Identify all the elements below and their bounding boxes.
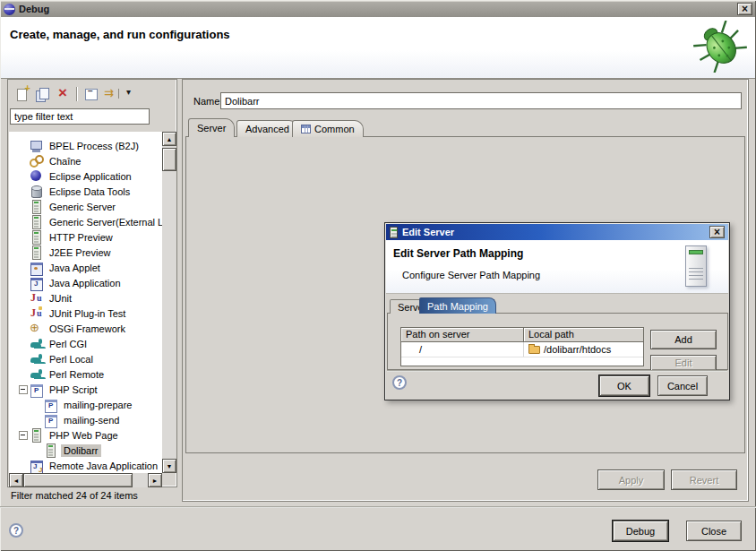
ok-button[interactable]: OK: [599, 375, 649, 396]
window-titlebar[interactable]: Debug: [1, 1, 755, 17]
tree-expander-spacer: [18, 138, 30, 153]
tree-expander-spacer: [18, 458, 30, 473]
name-label: Name:: [193, 96, 222, 107]
tree-item-mailing-prepare[interactable]: mailing-prepare: [9, 397, 162, 412]
tree-item-label: JUnit: [47, 292, 74, 305]
cancel-button[interactable]: Cancel: [657, 375, 708, 396]
tree-item-eclipse-data-tools[interactable]: Eclipse Data Tools: [9, 184, 162, 199]
vscroll-thumb[interactable]: [162, 148, 176, 171]
tree-item-php-script[interactable]: PHP Script: [9, 382, 162, 397]
tree-item-remote-java-application[interactable]: Remote Java Application: [9, 458, 162, 473]
footer-separator: [0, 506, 756, 508]
name-input[interactable]: [220, 92, 742, 109]
tree-expander[interactable]: [18, 382, 30, 397]
dialog-titlebar[interactable]: Edit Server: [386, 224, 728, 240]
chain-icon: [30, 154, 44, 168]
tree-vscrollbar[interactable]: [162, 132, 176, 473]
column-local-path[interactable]: Local path: [524, 328, 643, 342]
bug-icon: [692, 21, 748, 73]
path-mapping-row[interactable]: //dolibarr/htdocs: [401, 342, 643, 357]
edit-server-dialog: Edit Server Edit Server Path Mapping Con…: [384, 222, 730, 400]
scroll-right-button[interactable]: ►: [148, 473, 162, 487]
tree-item-perl-local[interactable]: Perl Local: [9, 351, 162, 366]
tree-expander[interactable]: [18, 427, 30, 443]
table-header-row: Path on server Local path: [401, 328, 643, 342]
banner: Create, manage, and run configurations: [1, 17, 755, 79]
tab-server[interactable]: Server: [188, 118, 235, 137]
tree-expander-spacer: [18, 306, 30, 321]
duplicate-configuration-button[interactable]: [33, 85, 53, 103]
tree-item-label: mailing-send: [61, 414, 122, 426]
sphere-icon: [30, 169, 44, 183]
column-path-on-server[interactable]: Path on server: [401, 328, 524, 342]
tree-item-bpel-process-b2j[interactable]: BPEL Process (B2J): [9, 138, 162, 153]
tree-expander-spacer: [18, 184, 30, 199]
dialog-close-button[interactable]: [709, 226, 725, 238]
tree-expander-spacer: [18, 321, 30, 336]
tab-common-label: Common: [314, 124, 355, 134]
tree-expander-spacer: [18, 214, 30, 229]
tree-item-j2ee-preview[interactable]: J2EE Preview: [9, 245, 162, 260]
filter-configurations-button[interactable]: [102, 85, 122, 103]
delete-configuration-button[interactable]: [54, 85, 73, 103]
close-button[interactable]: Close: [686, 521, 742, 541]
java-app-icon: [30, 276, 44, 289]
tree-item-mailing-send[interactable]: mailing-send: [9, 412, 162, 427]
scroll-left-button[interactable]: ◄: [9, 473, 23, 487]
tree-item-php-web-page[interactable]: PHP Web Page: [9, 427, 162, 443]
junit-icon: [30, 291, 44, 305]
new-configuration-button[interactable]: [13, 85, 32, 103]
php-icon: [44, 413, 58, 426]
tab-advanced[interactable]: Advanced: [236, 120, 298, 137]
tree-item-cha-ne[interactable]: Chaîne: [9, 153, 162, 168]
collapse-all-button[interactable]: [82, 85, 101, 103]
server-icon: [44, 443, 58, 457]
tree-expander-spacer: [18, 290, 30, 306]
tree-item-generic-server[interactable]: Generic Server: [9, 199, 162, 214]
configurations-panel: BPEL Process (B2J)ChaîneEclipse Applicat…: [7, 79, 177, 487]
help-button[interactable]: [9, 523, 23, 538]
debug-button[interactable]: Debug: [613, 521, 668, 541]
tree-item-label: Java Application: [47, 277, 124, 289]
filter-input[interactable]: [10, 108, 150, 125]
tree-expander-spacer: [18, 168, 30, 184]
tree-item-java-application[interactable]: Java Application: [9, 275, 162, 290]
apply-button[interactable]: Apply: [597, 469, 665, 490]
tree-item-junit-plug-in-test[interactable]: JUnit Plug-in Test: [9, 306, 162, 321]
tree-item-label: Eclipse Data Tools: [47, 185, 133, 198]
tab-common[interactable]: Common: [292, 120, 364, 137]
hscroll-thumb[interactable]: [23, 473, 133, 487]
perl-icon: [30, 352, 44, 366]
tree-item-dolibarr[interactable]: Dolibarr: [9, 443, 162, 458]
tree-item-java-applet[interactable]: Java Applet: [9, 260, 162, 275]
php-icon: [30, 383, 44, 396]
tree-item-http-preview[interactable]: HTTP Preview: [9, 229, 162, 245]
tree-item-perl-cgi[interactable]: Perl CGI: [9, 336, 162, 351]
tree-expander-spacer: [32, 412, 44, 427]
tree-item-generic-server-external-la[interactable]: Generic Server(External La: [9, 214, 162, 229]
tree-item-osgi-framework[interactable]: OSGi Framework: [9, 321, 162, 336]
menu-dropdown-button[interactable]: [122, 85, 142, 103]
tree-item-label: JUnit Plug-in Test: [47, 307, 128, 320]
dialog-tab-path-mapping[interactable]: Path Mapping: [419, 297, 496, 314]
tree-item-perl-remote[interactable]: Perl Remote: [9, 366, 162, 382]
tree-expander-spacer: [18, 229, 30, 245]
add-mapping-button[interactable]: Add: [650, 330, 717, 349]
perl-icon: [30, 367, 44, 381]
debug-window: Debug Create, manage, and run configurat…: [0, 0, 756, 551]
server-icon: [390, 227, 398, 238]
tree-item-label: OSGi Framework: [47, 323, 128, 335]
tree-item-junit[interactable]: JUnit: [9, 290, 162, 306]
table-icon: [301, 125, 311, 133]
window-close-button[interactable]: [737, 3, 752, 15]
dialog-help-button[interactable]: [392, 375, 407, 390]
tree-item-eclipse-application[interactable]: Eclipse Application: [9, 168, 162, 184]
scroll-up-button[interactable]: ▲: [162, 132, 176, 146]
tree-expander-spacer: [18, 153, 30, 168]
dialog-header-subtitle: Configure Server Path Mapping: [402, 270, 540, 280]
applet-icon: [30, 261, 44, 274]
revert-button[interactable]: Revert: [671, 469, 737, 490]
edit-mapping-button[interactable]: Edit: [650, 355, 717, 370]
dialog-button-separator: [387, 370, 727, 372]
scroll-down-button[interactable]: ▼: [162, 459, 176, 473]
